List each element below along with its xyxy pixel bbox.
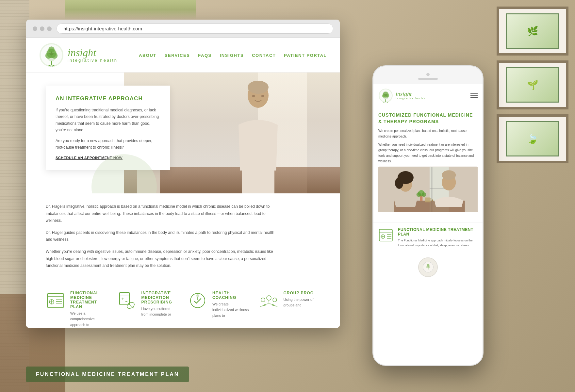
service-title-functional: FUNCTIONAL MEDICINE TREATMENT PLAN [70, 291, 107, 309]
nav-patient-portal[interactable]: PATIENT PORTAL [284, 53, 327, 58]
mobile-logo-icon [378, 88, 393, 103]
medication-icon [117, 291, 137, 310]
svg-rect-67 [425, 198, 431, 203]
bottom-label-container: FUNCTIONAL MEDICINE TREATMENT PLAN [26, 367, 189, 382]
menu-line-1 [470, 93, 478, 94]
logo-main-text: insight [68, 47, 118, 58]
mobile-consultation-scene [378, 167, 478, 212]
mobile-service-section: FUNCTIONAL MEDICINE TREATMENT PLAN The F… [373, 222, 483, 253]
service-item-coaching[interactable]: HEALTH COACHING We create individualized… [188, 291, 249, 328]
svg-line-35 [128, 303, 134, 308]
maximize-dot[interactable] [47, 26, 52, 31]
mobile-hero-section: CUSTOMIZED FUNCTIONAL MEDICINE & THERAPY… [373, 107, 483, 222]
service-item-medication[interactable]: INTEGRATIVE MEDICATION PRESCRIBING Have … [117, 291, 178, 328]
mobile-bottom-icon [422, 261, 434, 273]
service-text-group: GROUP PROG... Using the power of groups … [284, 291, 320, 308]
mobile-camera [426, 73, 430, 76]
bottom-label: FUNCTIONAL MEDICINE TREATMENT PLAN [26, 367, 189, 382]
service-text-medication: INTEGRATIVE MEDICATION PRESCRIBING Have … [141, 291, 178, 318]
minimize-dot[interactable] [40, 26, 44, 31]
hero-section: AN INTEGRATIVE APPROACH If you're questi… [26, 73, 340, 193]
address-bar[interactable]: https://insight-integrative-health.com [57, 24, 333, 34]
background-flowers [65, 0, 196, 20]
svg-point-66 [442, 170, 456, 180]
mobile-speaker [418, 78, 438, 80]
mobile-logo-main: insight [396, 91, 426, 97]
mobile-functional-medicine-icon [378, 227, 395, 244]
svg-point-23 [261, 95, 264, 97]
hero-paragraph-2: Are you ready for a new approach that pr… [56, 138, 160, 151]
svg-point-42 [267, 296, 271, 300]
service-desc-functional: We use a comprehensive approach to [70, 311, 107, 328]
logo-text: insight integrative health [68, 47, 118, 63]
mobile-content: insight integrative health CUSTOMIZED FU… [373, 84, 483, 365]
main-paragraph-1: Dr. Flagel's integrative, holistic appro… [46, 203, 274, 224]
hero-content-box: AN INTEGRATIVE APPROACH If you're questi… [46, 86, 170, 170]
services-row: FUNCTIONAL MEDICINE TREATMENT PLAN We us… [26, 284, 340, 328]
service-item-group[interactable]: GROUP PROG... Using the power of groups … [259, 291, 320, 328]
svg-line-45 [260, 305, 266, 306]
svg-point-44 [273, 298, 277, 302]
service-text-functional: FUNCTIONAL MEDICINE TREATMENT PLAN We us… [70, 291, 107, 328]
svg-point-20 [248, 81, 269, 94]
mobile-hero-title: CUSTOMIZED FUNCTIONAL MEDICINE & THERAPY… [378, 112, 478, 125]
service-title-group: GROUP PROG... [284, 291, 320, 295]
mobile-hero-image [378, 167, 478, 212]
svg-point-43 [261, 298, 265, 302]
svg-rect-21 [242, 171, 274, 193]
nav-faqs[interactable]: FAQS [198, 53, 211, 58]
browser-window: https://insight-integrative-health.com [26, 20, 340, 328]
mobile-menu-button[interactable] [470, 93, 478, 98]
logo-sub-text: integrative health [68, 58, 118, 63]
mobile-service-title: FUNCTIONAL MEDICINE TREATMENT PLAN [398, 227, 478, 237]
mobile-top-bar [373, 66, 483, 84]
main-content: Dr. Flagel's integrative, holistic appro… [26, 193, 340, 284]
site-logo[interactable]: insight integrative health [39, 43, 139, 67]
browser-chrome: https://insight-integrative-health.com [26, 20, 340, 38]
nav-links-list: ABOUT SERVICES FAQS INSIGHTS CONTACT PAT… [139, 52, 327, 58]
person-2-silhouette [225, 79, 291, 193]
nav-contact[interactable]: CONTACT [252, 53, 276, 58]
background-art: 🌿 🌱 🍃 [497, 7, 568, 163]
mobile-service-text: FUNCTIONAL MEDICINE TREATMENT PLAN The F… [398, 227, 478, 248]
browser-traffic-lights [33, 26, 52, 31]
service-text-coaching: HEALTH COACHING We create individualized… [212, 291, 249, 319]
service-desc-group: Using the power of groups and [284, 297, 320, 308]
group-programs-icon [259, 291, 279, 310]
svg-point-22 [252, 95, 255, 97]
menu-line-3 [470, 97, 478, 98]
close-dot[interactable] [33, 26, 37, 31]
nav-insights[interactable]: INSIGHTS [220, 53, 244, 58]
mobile-service-desc: The Functional Medicine approach initial… [398, 238, 478, 248]
main-paragraph-2: Dr. Flagel guides patients in discoverin… [46, 229, 274, 243]
mobile-navigation: insight integrative health [373, 84, 483, 107]
health-coaching-icon [188, 291, 207, 310]
svg-line-46 [272, 305, 277, 306]
service-item-functional[interactable]: FUNCTIONAL MEDICINE TREATMENT PLAN We us… [46, 291, 107, 328]
logo-icon [39, 43, 64, 67]
art-frame-1: 🌿 [497, 7, 568, 56]
service-title-medication: INTEGRATIVE MEDICATION PRESCRIBING [141, 291, 178, 304]
mobile-logo[interactable]: insight integrative health [378, 88, 470, 103]
art-frame-3: 🍃 [497, 114, 568, 163]
hero-title: AN INTEGRATIVE APPROACH [56, 95, 160, 102]
menu-line-2 [470, 95, 478, 96]
service-title-coaching: HEALTH COACHING [212, 291, 249, 300]
main-paragraph-3: Whether you're dealing with digestive is… [46, 248, 274, 270]
service-desc-coaching: We create individualized wellness plans … [212, 302, 249, 319]
hero-paragraph-1: If you're questioning traditional medica… [56, 107, 160, 134]
art-frame-2: 🌱 [497, 60, 568, 109]
svg-point-64 [395, 177, 403, 189]
site-navigation: insight integrative health ABOUT SERVICE… [26, 38, 340, 73]
mobile-hero-paragraph-2: Whether you need individualized treatmen… [378, 142, 478, 164]
mobile-bottom-circle [418, 257, 438, 277]
functional-medicine-icon [46, 291, 65, 310]
mobile-logo-text: insight integrative health [396, 91, 426, 100]
nav-services[interactable]: SERVICES [165, 53, 190, 58]
mobile-bottom-area [373, 257, 483, 277]
service-desc-medication: Have you suffered from incomplete or [141, 306, 178, 318]
mobile-hero-paragraph-1: We create personalized plans based on a … [378, 128, 478, 139]
nav-about[interactable]: ABOUT [139, 53, 156, 58]
svg-point-71 [421, 192, 426, 197]
svg-point-70 [417, 192, 421, 197]
